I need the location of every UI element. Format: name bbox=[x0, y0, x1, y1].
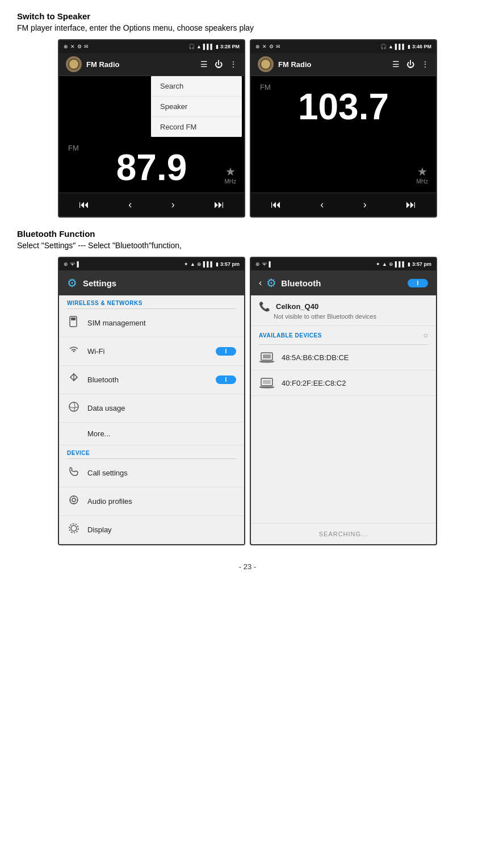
fm-star-right: ★ bbox=[417, 165, 427, 178]
section1-heading: Switch to Speaker bbox=[17, 11, 478, 21]
refresh-icon[interactable]: ○ bbox=[423, 331, 428, 340]
device-name-row: 📞 Celkon_Q40 bbox=[259, 301, 428, 312]
status-bar-right-fm: ⊕ ✕ ⚙ ✉ 🎧 ▲ ▌▌▌ ▮ 3:46 PM bbox=[251, 40, 436, 53]
power-icon[interactable]: ⏻ bbox=[215, 60, 223, 69]
bt-icon-bt: ✦ bbox=[376, 261, 380, 267]
settings-item-bluetooth[interactable]: Bluetooth I bbox=[59, 366, 244, 394]
more-icon-r[interactable]: ⋮ bbox=[421, 60, 429, 69]
signal-icon-r: ✕ bbox=[262, 44, 267, 49]
back-btn-left[interactable]: ‹ bbox=[128, 199, 132, 211]
bt-spacer bbox=[251, 396, 436, 523]
bat-bt: ▮ bbox=[408, 261, 410, 267]
bluetooth-header: ‹ ⚙ Bluetooth I bbox=[251, 270, 436, 295]
wireless-label: WIRELESS & NETWORKS bbox=[59, 295, 244, 308]
dropdown-menu: Search Speaker Record FM bbox=[151, 76, 242, 137]
bt-device-item-2[interactable]: 40:F0:2F:EE:C8:C2 bbox=[251, 370, 436, 396]
settings-item-sim[interactable]: SIM management bbox=[59, 309, 244, 337]
fm-screen-left: ⊕ ✕ ⚙ ✉ 🎧 ▲ ▌▌▌ ▮ 3:28 PM bbox=[58, 39, 245, 218]
section1-desc: FM player interface, enter the Options m… bbox=[17, 23, 478, 32]
back-btn-right[interactable]: ‹ bbox=[320, 199, 324, 211]
bt-gear-icon: ⚙ bbox=[266, 276, 276, 290]
msg-icon-r: ✉ bbox=[276, 44, 280, 49]
fm-screen-right: ⊕ ✕ ⚙ ✉ 🎧 ▲ ▌▌▌ ▮ 3:46 PM bbox=[250, 39, 437, 218]
app-icon-s: ⊛ bbox=[64, 261, 68, 267]
display-label: Display bbox=[87, 525, 236, 534]
fm-controls-left: ⏮ ‹ › ⏭ bbox=[59, 193, 244, 216]
battery-icon-r: ▮ bbox=[408, 44, 410, 49]
svg-point-9 bbox=[71, 525, 77, 531]
fm-frequency-right: 103.7 bbox=[260, 89, 427, 125]
settings-body: WIRELESS & NETWORKS SIM management Wi-Fi… bbox=[59, 295, 244, 544]
app-icon-bt: ⊛ bbox=[255, 261, 260, 267]
settings-item-wifi[interactable]: Wi-Fi I bbox=[59, 337, 244, 366]
fm-toolbar-actions-r: ☰ ⏻ ⋮ bbox=[392, 60, 429, 69]
status-right-r: 🎧 ▲ ▌▌▌ ▮ 3:46 PM bbox=[380, 44, 431, 49]
bat-s: ▮ bbox=[216, 261, 219, 267]
fm-screenshots-row: ⊕ ✕ ⚙ ✉ 🎧 ▲ ▌▌▌ ▮ 3:28 PM bbox=[17, 39, 478, 218]
fwd-btn-right[interactable]: › bbox=[363, 199, 367, 211]
settings-title: Settings bbox=[83, 278, 116, 288]
fwd-btn-left[interactable]: › bbox=[171, 199, 175, 211]
dropdown-speaker[interactable]: Speaker bbox=[151, 97, 242, 117]
next-btn-right[interactable]: ⏭ bbox=[406, 199, 416, 211]
bars-s: ▌▌▌ bbox=[203, 261, 214, 267]
settings-header: ⚙ Settings bbox=[59, 270, 244, 295]
settings-item-display[interactable]: Display bbox=[59, 516, 244, 544]
settings-item-data[interactable]: Data usage bbox=[59, 394, 244, 423]
status-time-right: 3:46 PM bbox=[412, 44, 431, 49]
audio-icon bbox=[67, 494, 81, 508]
antenna-s: Ψ bbox=[70, 261, 75, 267]
status-icons-right: ⊕ ✕ ⚙ ✉ bbox=[255, 44, 280, 49]
bluetooth-main-toggle[interactable]: I bbox=[408, 279, 428, 287]
more-icon[interactable]: ⋮ bbox=[229, 60, 237, 69]
fm-title-right: FM Radio bbox=[278, 60, 312, 69]
list-icon[interactable]: ☰ bbox=[200, 60, 208, 69]
settings-screen: ⊛ Ψ ▌ ✦ ▲ ⊕ ▌▌▌ ▮ 3:57 pm ⚙ Settings bbox=[58, 257, 245, 545]
dropdown-record[interactable]: Record FM bbox=[151, 117, 242, 137]
sim-icon bbox=[67, 316, 81, 330]
status-icons-settings: ⊛ Ψ ▌ bbox=[64, 261, 81, 267]
fm-toolbar-right: FM Radio ☰ ⏻ ⋮ bbox=[251, 53, 436, 76]
settings-item-call[interactable]: Call settings bbox=[59, 459, 244, 487]
status-right-settings: ✦ ▲ ⊕ ▌▌▌ ▮ 3:57 pm bbox=[184, 261, 240, 267]
bluetooth-toggle[interactable]: I bbox=[216, 375, 236, 384]
bluetooth-screenshots-row: ⊛ Ψ ▌ ✦ ▲ ⊕ ▌▌▌ ▮ 3:57 pm ⚙ Settings bbox=[17, 257, 478, 545]
list-icon-r[interactable]: ☰ bbox=[392, 60, 400, 69]
power-icon-r[interactable]: ⏻ bbox=[406, 60, 414, 69]
status-right: 🎧 ▲ ▌▌▌ ▮ 3:28 PM bbox=[188, 44, 240, 49]
prev-btn-left[interactable]: ⏮ bbox=[79, 199, 89, 211]
fm-label-right: FM bbox=[260, 83, 271, 91]
headphone-icon-r: 🎧 bbox=[380, 44, 387, 49]
bluetooth-header-left: ‹ ⚙ Bluetooth bbox=[259, 276, 321, 290]
available-label: AVAILABLE DEVICES bbox=[259, 332, 322, 339]
searching-bar: SEARCHING... bbox=[251, 523, 436, 544]
wifi-toggle[interactable]: I bbox=[216, 347, 236, 356]
signal-bars-r: ▌▌▌ bbox=[395, 44, 406, 49]
settings-item-more[interactable]: More... bbox=[59, 423, 244, 445]
bt-device-item-1[interactable]: 48:5A:B6:CB:DB:CE bbox=[251, 345, 436, 370]
settings-item-audio[interactable]: Audio profiles bbox=[59, 487, 244, 516]
msg-icon: ✉ bbox=[84, 44, 89, 49]
device-label: DEVICE bbox=[59, 445, 244, 458]
display-icon bbox=[67, 523, 81, 537]
back-arrow-icon[interactable]: ‹ bbox=[259, 278, 262, 288]
dropdown-search[interactable]: Search bbox=[151, 76, 242, 97]
dl-icon-bt: ⊕ bbox=[389, 261, 393, 267]
dropdown-wrapper: Search Speaker Record FM bbox=[59, 76, 244, 137]
bluetooth-label: Bluetooth bbox=[87, 375, 209, 384]
settings-icon-small: ⚙ bbox=[77, 44, 82, 49]
status-bar-left: ⊕ ✕ ⚙ ✉ 🎧 ▲ ▌▌▌ ▮ 3:28 PM bbox=[59, 40, 244, 53]
svg-point-3 bbox=[70, 496, 78, 504]
available-devices-header: AVAILABLE DEVICES ○ bbox=[251, 326, 436, 344]
laptop-icon-2 bbox=[259, 377, 275, 389]
status-time-bluetooth: 3:57 pm bbox=[412, 261, 431, 267]
next-btn-left[interactable]: ⏭ bbox=[214, 199, 224, 211]
gear-icon: ⚙ bbox=[67, 276, 77, 290]
status-time-left: 3:28 PM bbox=[220, 44, 240, 49]
fm-controls-right: ⏮ ‹ › ⏭ bbox=[251, 193, 436, 216]
prev-btn-right[interactable]: ⏮ bbox=[271, 199, 281, 211]
svg-rect-12 bbox=[263, 354, 271, 358]
signal-bars: ▌▌▌ bbox=[203, 44, 214, 49]
fm-toolbar-left: FM Radio ☰ ⏻ ⋮ bbox=[59, 53, 244, 76]
fm-logo-inner bbox=[68, 59, 79, 70]
